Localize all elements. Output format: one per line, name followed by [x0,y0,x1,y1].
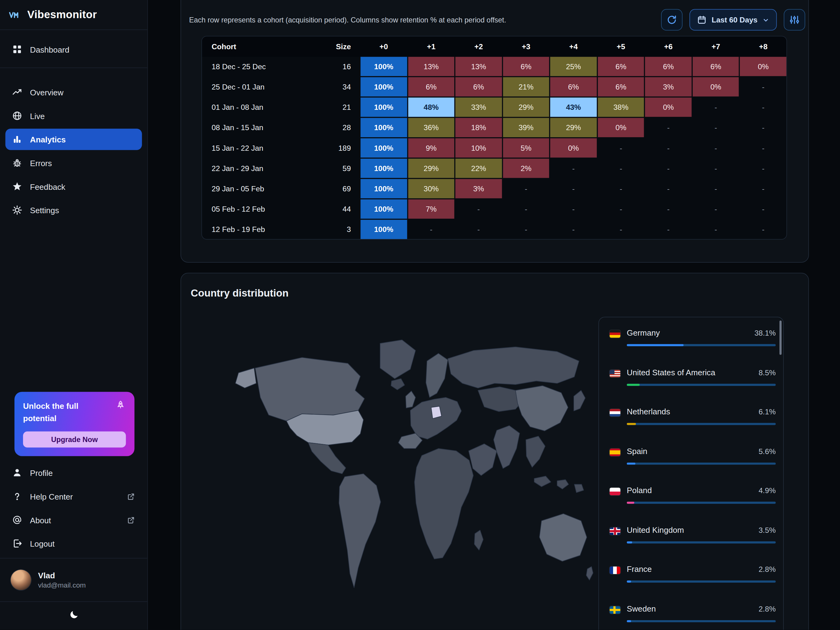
table-row: 05 Feb - 12 Feb44100%7%------- [202,199,786,219]
map-country[interactable] [414,448,473,559]
retention-cell: - [455,220,502,239]
trend-icon [12,87,22,98]
theme-toggle-button[interactable] [68,609,79,622]
country-item[interactable]: United States of America8.5% [610,361,776,400]
retention-cell: 9% [408,138,455,158]
map-country[interactable] [410,397,461,439]
retention-cell: 100% [361,220,407,239]
map-country[interactable] [426,353,448,397]
sliders-icon [789,14,800,25]
filter-button[interactable] [784,9,805,31]
nl-flag-icon [610,409,621,416]
cohort-label: 18 Dec - 25 Dec [202,57,319,76]
map-country[interactable] [448,347,579,388]
retention-cell: 0% [598,118,644,137]
retention-cell: 43% [550,98,597,117]
column-header: +7 [693,36,739,57]
map-country[interactable] [406,391,415,408]
sidebar: Vibesmonitor Dashboard [0,0,148,630]
retention-cell: 100% [361,179,407,198]
country-value: 38.1% [755,329,776,337]
sidebar-item-about[interactable]: About [5,509,142,531]
country-card: Country distribution [180,273,809,630]
country-bar [627,384,776,386]
retention-cell: - [645,199,692,219]
map-country[interactable] [474,530,483,550]
sidebar-item-feedback[interactable]: Feedback [5,176,142,197]
column-header: +6 [645,36,692,57]
map-country[interactable] [235,368,256,388]
sidebar-item-label: Analytics [30,135,66,144]
sidebar-item-live[interactable]: Live [5,105,142,127]
external-link-icon [126,492,136,501]
country-bar [627,502,776,504]
country-value: 6.1% [758,407,776,416]
scrollbar-thumb[interactable] [779,321,782,355]
map-country[interactable] [339,474,381,587]
table-row: 25 Dec - 01 Jan34100%6%6%21%6%6%3%0%- [202,77,786,97]
map-country-usa[interactable] [286,410,363,445]
retention-cell: - [503,220,549,239]
map-country[interactable] [469,444,497,476]
sidebar-item-logout[interactable]: Logout [5,533,142,554]
country-item[interactable]: Sweden2.8% [610,597,776,630]
country-item-body: France2.8% [627,565,776,597]
retention-cell: - [693,118,739,137]
map-country[interactable] [516,386,568,431]
sidebar-item-analytics[interactable]: Analytics [5,128,142,150]
retention-cell: 7% [408,199,455,219]
map-country-germany[interactable] [431,406,442,419]
map-country[interactable] [574,390,585,411]
sidebar-item-errors[interactable]: Errors [5,152,142,174]
cohort-label: 05 Feb - 12 Feb [202,199,319,219]
gb-flag-icon [610,527,621,535]
map-country[interactable] [557,480,568,489]
sidebar-item-label: Logout [30,539,55,548]
retention-cell: 3% [455,179,502,198]
map-country[interactable] [534,476,551,487]
sidebar-item-dashboard[interactable]: Dashboard [5,38,142,60]
country-item[interactable]: France2.8% [610,558,776,597]
retention-cell: 48% [408,98,455,117]
country-item[interactable]: Netherlands6.1% [610,400,776,440]
country-item-head: Poland4.9% [627,486,776,495]
country-item[interactable]: Poland4.9% [610,479,776,519]
map-country[interactable] [586,567,593,580]
app-root: Vibesmonitor Dashboard [0,0,840,630]
map-country[interactable] [539,514,587,561]
column-header: +1 [408,36,455,57]
country-value: 4.9% [758,486,776,495]
retention-caption: Each row represents a cohort (acquisitio… [189,16,662,24]
country-bar-fill [627,620,631,622]
column-header: +2 [455,36,502,57]
map-country[interactable] [391,379,405,390]
refresh-button[interactable] [662,9,683,31]
map-country[interactable] [526,436,545,467]
world-map [224,327,594,603]
retention-cell: - [645,138,692,158]
country-item[interactable]: United Kingdom3.5% [610,519,776,558]
sidebar-item-profile[interactable]: Profile [5,462,142,484]
country-item[interactable]: Germany38.1% [610,321,776,361]
retention-cell: 39% [503,118,549,137]
sidebar-item-label: Profile [30,468,53,477]
map-country[interactable] [494,426,519,469]
question-icon [12,491,22,502]
date-range-selector[interactable]: Last 60 Days [690,9,777,31]
retention-cell: - [740,199,786,219]
sidebar-item-overview[interactable]: Overview [5,82,142,103]
sidebar-item-help-center[interactable]: Help Center [5,486,142,507]
upgrade-button[interactable]: Upgrade Now [23,432,126,448]
map-country[interactable] [574,484,584,492]
map-country[interactable] [380,340,415,379]
upgrade-card: Unlock the full potential Upgrade Now [14,392,134,456]
cohort-label: 25 Dec - 01 Jan [202,77,319,97]
retention-cell: - [598,179,644,198]
country-item[interactable]: Spain5.6% [610,440,776,479]
country-item-body: Spain5.6% [627,446,776,479]
table-row: 01 Jan - 08 Jan21100%48%33%29%43%38%0%-- [202,98,786,117]
user-profile[interactable]: Vlad vlad@mail.com [0,559,147,602]
map-country[interactable] [308,443,346,474]
sidebar-item-settings[interactable]: Settings [5,199,142,221]
map-country[interactable] [255,358,365,421]
